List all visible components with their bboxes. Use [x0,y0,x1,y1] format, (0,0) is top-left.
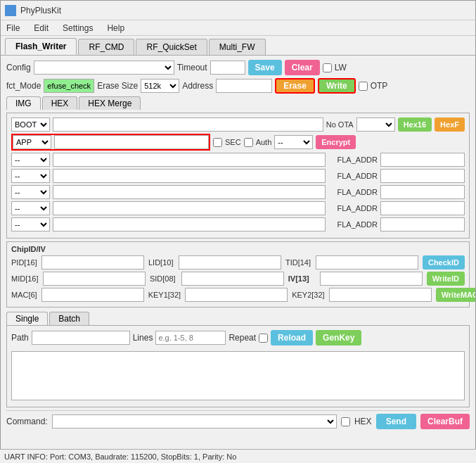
fct-label: fct_Mode [6,81,41,91]
menu-help[interactable]: Help [104,22,127,34]
lid-input[interactable] [179,255,281,269]
img-tab-content: BOOT No OTA Hex16 HexF APP nple/peripher… [6,113,470,239]
repeat-checkbox[interactable] [259,334,268,343]
clearbuf-button[interactable]: ClearBuf [420,414,470,429]
timeout-input[interactable]: 4000 [210,61,245,75]
boot-file-input[interactable] [53,118,323,132]
fla-input-2[interactable] [53,169,326,183]
boot-select[interactable]: BOOT [11,118,50,132]
inner-tab-bar: IMG HEX HEX Merge [6,96,470,110]
auth-checkbox[interactable] [244,138,253,147]
fla-select-1[interactable]: -- [11,153,50,167]
app-icon [5,5,16,16]
hex-checkbox[interactable] [341,417,350,426]
app-file-input[interactable]: nple/peripheral/gpio/bin/gpio_demo.hex [54,135,209,149]
hex-label: HEX [354,417,372,426]
address-input[interactable] [216,79,272,93]
encrypt-button[interactable]: Encrypt [316,135,356,149]
bottom-tab-batch[interactable]: Batch [49,312,89,325]
lines-label: Lines [133,333,153,343]
path-input[interactable] [32,331,130,345]
auth-select[interactable]: -- [274,135,313,149]
hexf-button[interactable]: HexF [435,118,465,132]
config-row: Config Timeout 4000 Save Clear LW [6,60,470,75]
tid-label: TID[14] [285,258,311,267]
sid-input[interactable] [181,272,284,286]
save-button[interactable]: Save [248,60,282,75]
fla-addr-input-4[interactable] [380,201,465,215]
lw-checkbox[interactable] [323,63,332,72]
fla-addr-4: FLA_ADDR [328,204,378,213]
tab-flash-writer[interactable]: Flash_Writer [5,38,77,55]
menu-settings[interactable]: Settings [60,22,96,34]
key1-input[interactable] [185,288,288,302]
fla-row-1: -- FLA_ADDR [11,153,465,167]
bottom-tab-bar: Single Batch [6,312,470,325]
fla-addr-input-2[interactable] [380,169,465,183]
fla-select-4[interactable]: -- [11,201,50,215]
tab-multi-fw[interactable]: Multi_FW [209,39,266,55]
fla-input-5[interactable] [53,217,326,231]
sec-checkbox[interactable] [213,138,222,147]
key2-input[interactable] [329,288,432,302]
fla-addr-2: FLA_ADDR [328,172,378,180]
single-textarea[interactable] [11,351,465,400]
erase-size-select[interactable]: 512k [141,79,179,93]
lines-input[interactable] [155,331,226,345]
fla-input-4[interactable] [53,201,326,215]
mid-label: MID[16] [11,274,39,283]
menu-file[interactable]: File [4,22,22,34]
iv-label: IV[13] [288,274,316,283]
fla-addr-input-5[interactable] [380,217,465,231]
fla-addr-input-3[interactable] [380,185,465,199]
clear-button[interactable]: Clear [285,60,320,75]
app-select[interactable]: APP [13,135,51,149]
app-title: PhyPlusKit [20,6,61,15]
pid-input[interactable] [41,255,144,269]
menu-bar: File Edit Settings Help [1,20,475,36]
send-button[interactable]: Send [376,414,416,429]
tid-input[interactable] [316,255,418,269]
tab-rf-cmd[interactable]: RF_CMD [78,39,134,55]
path-label: Path [11,333,29,343]
fla-addr-input-1[interactable] [380,153,465,167]
efuse-check-button[interactable]: efuse_check [44,79,94,93]
genkey-button[interactable]: GenKey [316,330,361,345]
config-select[interactable] [34,61,174,75]
command-row: Command: HEX Send ClearBuf [6,410,470,432]
inner-tab-hex[interactable]: HEX [42,96,78,110]
mid-input[interactable] [43,272,146,286]
timeout-label: Timeout [177,63,207,72]
fla-input-3[interactable] [53,185,326,199]
no-ota-select[interactable] [356,118,395,132]
bottom-tab-single[interactable]: Single [6,312,48,325]
menu-edit[interactable]: Edit [31,22,51,34]
otp-checkbox[interactable] [359,82,368,91]
inner-tab-hex-merge[interactable]: HEX Merge [79,96,141,110]
erase-button[interactable]: Erase [275,78,315,94]
fla-addr-3: FLA_ADDR [328,188,378,196]
checkid-button[interactable]: CheckID [423,255,465,269]
mac-input[interactable] [41,288,144,302]
writeid-button[interactable]: WriteID [427,272,465,286]
chip-section: ChipID/IV PID[16] LID[10] TID[14] CheckI… [6,241,470,307]
lw-label: LW [335,63,347,72]
fla-select-3[interactable]: -- [11,185,50,199]
reload-button[interactable]: Reload [271,330,313,345]
fla-input-1[interactable] [53,153,326,167]
iv-input[interactable] [320,272,423,286]
no-ota-label: No OTA [326,120,354,129]
tab-rf-quickset[interactable]: RF_QuickSet [136,39,207,55]
hex16-button[interactable]: Hex16 [398,118,432,132]
chip-row-2: MID[16] SID[08] IV[13] WriteID [11,272,465,286]
inner-tab-img[interactable]: IMG [6,96,41,110]
fla-select-5[interactable]: -- [11,217,50,231]
write-button[interactable]: Write [318,78,356,94]
bottom-section: Path Lines Repeat Reload GenKey [6,325,470,407]
lid-label: LID[10] [148,258,174,267]
writemac-button[interactable]: WriteMAC [436,288,476,302]
command-input[interactable] [52,414,337,429]
fla-row-3: -- FLA_ADDR [11,185,465,199]
main-content: Config Timeout 4000 Save Clear LW fct_Mo… [1,56,475,436]
fla-select-2[interactable]: -- [11,169,50,183]
